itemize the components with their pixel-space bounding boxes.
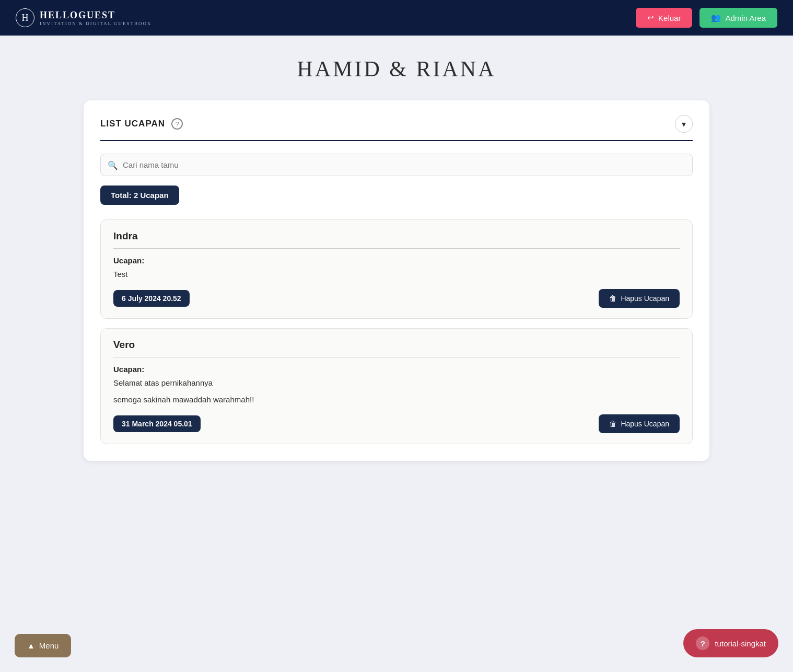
ucapan-footer-2: 31 March 2024 05.01 🗑 Hapus Ucapan [113,414,680,433]
list-header: LIST UCAPAN ? ▾ [100,115,693,141]
hapus-button-1[interactable]: 🗑 Hapus Ucapan [599,289,680,308]
ucapan-name-1: Indra [113,230,680,249]
menu-label: Menu [39,641,59,650]
floating-tutorial-button[interactable]: ? tutorial-singkat [683,629,778,657]
ucapan-card-2: Vero Ucapan: Selamat atas pernikahannya … [100,328,693,444]
ucapan-list: Indra Ucapan: Test 6 July 2024 20.52 🗑 H… [100,219,693,444]
tutorial-label: tutorial-singkat [715,639,766,648]
logo-main: HELLOGUEST [40,10,151,21]
logo-icon: H [16,8,34,27]
logo-text: HELLOGUEST INVITATION & DIGITAL GUESTBOO… [40,10,151,26]
floating-menu-button[interactable]: ▲ Menu [15,634,71,657]
hapus-button-2[interactable]: 🗑 Hapus Ucapan [599,414,680,433]
header: H HELLOGUEST INVITATION & DIGITAL GUESTB… [0,0,793,36]
ucapan-name-2: Vero [113,339,680,357]
total-badge: Total: 2 Ucapan [100,186,179,205]
date-badge-1: 6 July 2024 20.52 [113,290,190,307]
search-input[interactable] [100,154,693,176]
collapse-button[interactable]: ▾ [675,115,693,133]
hapus-label-1: Hapus Ucapan [621,294,669,303]
list-ucapan-card: LIST UCAPAN ? ▾ 🔍 Total: 2 Ucapan Indra … [84,100,709,461]
search-icon: 🔍 [108,160,118,170]
hapus-label-2: Hapus Ucapan [621,420,669,428]
main-content: HAMID & RIANA LIST UCAPAN ? ▾ 🔍 Total: 2… [0,36,793,492]
header-buttons: ↩ Keluar 👥 Admin Area [636,8,777,28]
keluar-button[interactable]: ↩ Keluar [636,8,692,28]
help-icon[interactable]: ? [171,118,183,130]
admin-label: Admin Area [725,14,766,22]
keluar-icon: ↩ [647,13,654,22]
logo-sub: INVITATION & DIGITAL GUESTBOOK [40,21,151,26]
ucapan-text-1: Test [113,268,680,281]
ucapan-text-2a: Selamat atas pernikahannya [113,377,680,389]
trash-icon-1: 🗑 [609,294,616,303]
ucapan-label-1: Ucapan: [113,256,680,265]
ucapan-footer-1: 6 July 2024 20.52 🗑 Hapus Ucapan [113,289,680,308]
page-title: HAMID & RIANA [84,56,709,82]
menu-arrow-icon: ▲ [27,641,35,650]
ucapan-label-2: Ucapan: [113,365,680,374]
admin-area-button[interactable]: 👥 Admin Area [699,8,777,28]
date-badge-2: 31 March 2024 05.01 [113,415,201,432]
chevron-down-icon: ▾ [682,119,686,129]
ucapan-text-2b: semoga sakinah mawaddah warahmah!! [113,393,680,406]
ucapan-card-1: Indra Ucapan: Test 6 July 2024 20.52 🗑 H… [100,219,693,319]
search-container: 🔍 [100,154,693,176]
admin-icon: 👥 [711,13,721,22]
list-title-area: LIST UCAPAN ? [100,118,183,130]
trash-icon-2: 🗑 [609,420,616,428]
logo-area: H HELLOGUEST INVITATION & DIGITAL GUESTB… [16,8,151,27]
list-title: LIST UCAPAN [100,119,165,129]
tutorial-question-icon: ? [696,636,709,650]
keluar-label: Keluar [658,14,681,22]
